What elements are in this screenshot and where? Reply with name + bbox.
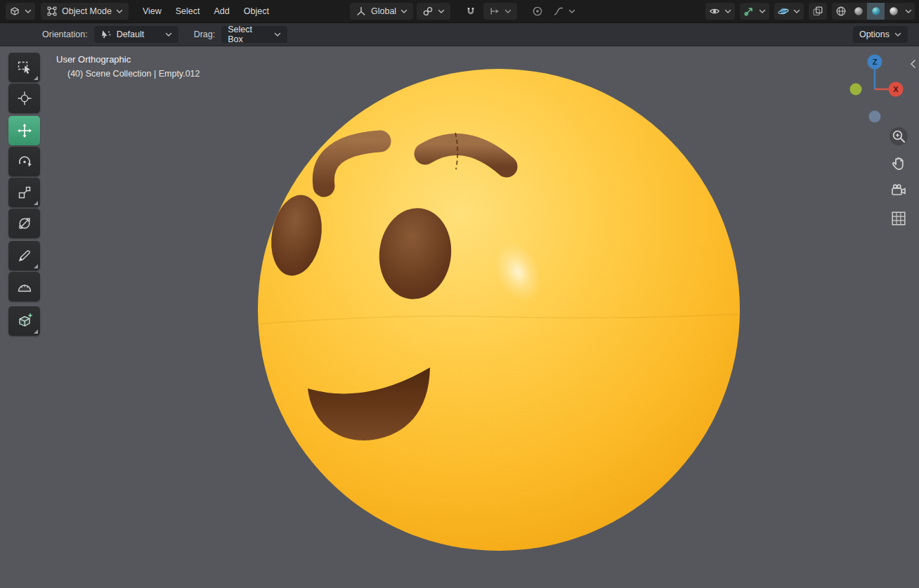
transform-icon: [17, 216, 32, 231]
proportional-editing-icon: [532, 6, 543, 17]
snap-toggle[interactable]: [462, 3, 480, 20]
tool-measure[interactable]: [8, 272, 40, 301]
shading-material-button[interactable]: [867, 3, 885, 20]
overlays-toggle-icon: [778, 6, 789, 17]
shading-rendered-button[interactable]: [885, 3, 902, 20]
chevron-down-icon: [504, 9, 511, 14]
menu-select[interactable]: Select: [169, 0, 207, 23]
orientation-axis-icon: [356, 6, 367, 17]
proportional-editing-toggle[interactable]: [528, 3, 547, 20]
toolbar: [8, 53, 40, 337]
chevron-down-icon: [400, 9, 408, 14]
ortho-grid-button[interactable]: [889, 209, 908, 228]
tool-move[interactable]: [8, 116, 40, 145]
chevron-down-icon: [438, 9, 445, 14]
shading-solid-icon: [853, 6, 864, 17]
emoji-3d-object[interactable]: [258, 67, 740, 553]
menu-add[interactable]: Add: [207, 0, 237, 23]
add-cube-icon: [17, 313, 32, 329]
chevron-down-icon: [905, 9, 912, 14]
tool-cursor[interactable]: [8, 84, 40, 113]
navigation-gizmo[interactable]: Z X: [843, 52, 906, 125]
sidebar-collapse-arrow[interactable]: [909, 59, 918, 69]
options-dropdown[interactable]: Options: [853, 26, 908, 43]
rotate-icon: [17, 154, 32, 169]
axis-x-label: X: [893, 85, 899, 93]
pivot-point-icon: [422, 6, 434, 17]
shading-rendered-icon: [888, 6, 899, 17]
object-mode-icon: [46, 6, 58, 17]
tool-scale[interactable]: [8, 178, 40, 207]
viewport-header: Object Mode View Select Add Object Globa…: [0, 0, 919, 23]
tool-select-box[interactable]: [8, 53, 40, 82]
viewport-canvas[interactable]: User Orthographic (40) Scene Collection …: [0, 46, 919, 588]
chevron-down-icon: [894, 32, 901, 37]
gizmos-toggle[interactable]: [740, 3, 769, 20]
shading-options-dropdown[interactable]: [902, 3, 915, 20]
menu-object[interactable]: Object: [237, 0, 276, 23]
tool-transform[interactable]: [8, 209, 40, 238]
tool-add-cube[interactable]: [8, 306, 40, 336]
orientation-select-value: Default: [117, 30, 160, 39]
pivot-point-select[interactable]: [417, 3, 450, 20]
chevron-down-icon: [274, 32, 281, 37]
tool-annotate[interactable]: [8, 241, 40, 270]
transform-orientation-label: Global: [371, 6, 396, 16]
orientation-select[interactable]: Default: [94, 26, 178, 43]
shading-mode-group: [832, 3, 915, 20]
annotate-icon: [17, 248, 32, 263]
snap-target-icon: [489, 6, 500, 17]
gizmo-axis-z-neg-ball[interactable]: [869, 111, 881, 123]
editor-type-icon: [9, 6, 20, 17]
drag-select[interactable]: Select Box: [221, 26, 287, 43]
active-object-label: (40) Scene Collection | Empty.012: [67, 69, 200, 79]
collapse-arrow-icon: [910, 60, 917, 68]
tweak-cursor-icon: [100, 29, 112, 40]
orientation-label: Orientation:: [42, 30, 88, 39]
mode-select-label: Object Mode: [62, 6, 112, 16]
scale-icon: [17, 185, 32, 200]
chevron-down-icon: [759, 9, 766, 14]
chevron-down-icon: [724, 9, 731, 14]
tool-settings-bar: Orientation: Default Drag: Select Box Op…: [0, 23, 919, 46]
header-menus: View Select Add Object: [136, 0, 276, 23]
chevron-down-icon: [116, 9, 123, 14]
gizmo-toggle-icon: [743, 6, 755, 17]
drag-select-value: Select Box: [228, 25, 269, 44]
shading-solid-button[interactable]: [849, 3, 867, 20]
axis-z-label: Z: [873, 58, 878, 66]
object-visibility-dropdown[interactable]: [705, 3, 735, 20]
pan-button[interactable]: [889, 155, 908, 173]
chevron-down-icon: [165, 32, 172, 37]
drag-label: Drag:: [194, 30, 216, 39]
shading-wireframe-icon: [835, 6, 847, 17]
shading-wireframe-button[interactable]: [832, 3, 849, 20]
options-label: Options: [859, 30, 889, 39]
tool-rotate[interactable]: [8, 147, 40, 176]
zoom-icon: [890, 128, 907, 145]
snap-target-select[interactable]: [483, 3, 517, 20]
falloff-curve-icon: [553, 6, 564, 17]
camera-view-button[interactable]: [889, 182, 908, 200]
chevron-down-icon: [25, 9, 32, 14]
zoom-button[interactable]: [889, 127, 908, 145]
menu-view[interactable]: View: [136, 0, 169, 23]
cursor-icon: [17, 91, 32, 106]
snap-magnet-icon: [465, 6, 476, 17]
measure-icon: [17, 279, 32, 294]
gizmo-axis-y-neg-ball[interactable]: [850, 84, 862, 96]
transform-orientation-select[interactable]: Global: [350, 3, 413, 20]
editor-type-select[interactable]: [6, 3, 35, 20]
xray-toggle-icon: [812, 6, 823, 17]
camera-icon: [890, 183, 907, 200]
overlays-toggle[interactable]: [774, 3, 804, 20]
chevron-down-icon: [793, 9, 800, 14]
xray-toggle[interactable]: [809, 3, 827, 20]
proportional-falloff-select[interactable]: [550, 3, 578, 20]
select-box-icon: [17, 60, 32, 75]
mode-select[interactable]: Object Mode: [41, 3, 129, 20]
shading-material-icon: [871, 6, 882, 17]
visibility-eye-icon: [709, 6, 720, 17]
emoji-head-sphere[interactable]: [258, 69, 740, 551]
view-mode-label: User Orthographic: [56, 54, 200, 65]
